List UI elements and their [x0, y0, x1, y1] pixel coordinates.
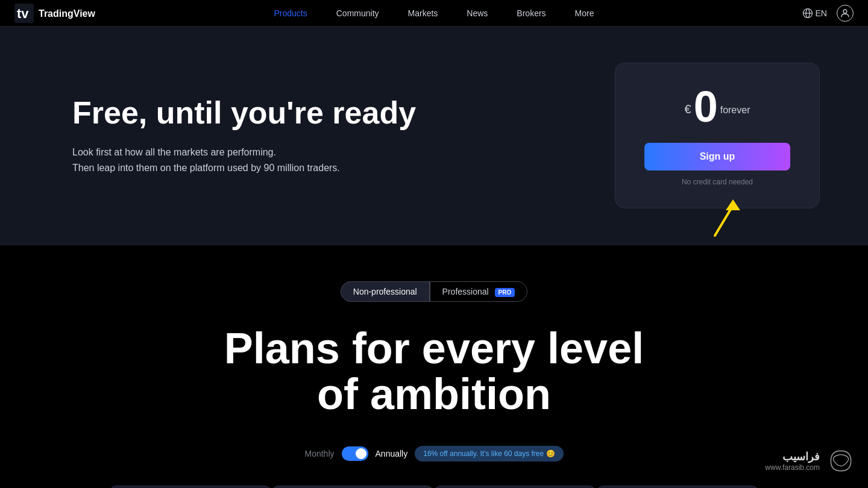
plans-section: Non-professional Professional PRO Plans … [0, 245, 868, 488]
watermark-url: www.farasib.com [765, 463, 820, 472]
nav-item-news[interactable]: News [452, 0, 502, 27]
nav-right-actions: EN [802, 5, 854, 22]
svg-marker-8 [726, 199, 740, 210]
hero-text: Free, until you're ready Look first at h… [72, 96, 416, 175]
toggle-knob [356, 448, 366, 459]
free-plan-card: € 0 forever Sign up No credit card neede… [615, 63, 820, 208]
plan-type-tabs: Non-professional Professional PRO [48, 281, 820, 302]
hero-subtext-2: Then leap into them on the platform used… [72, 160, 416, 176]
price-amount: 0 [694, 85, 718, 128]
tab-professional-label: Professional [442, 287, 489, 296]
svg-text:tv: tv [17, 6, 29, 21]
svg-text:TradingView: TradingView [39, 8, 96, 19]
discount-badge: 16% off annually. It's like 60 days free… [415, 446, 563, 461]
nav-item-community[interactable]: Community [322, 0, 394, 27]
hero-subtext-1: Look first at how all the markets are pe… [72, 145, 416, 160]
hero-headline: Free, until you're ready [72, 96, 416, 130]
logo-wordmark: TradingView [39, 7, 105, 19]
logo[interactable]: tv TradingView [14, 4, 105, 23]
plan-card-1 [109, 486, 272, 488]
plans-heading-line1: Plans for every level [224, 324, 644, 372]
pro-badge: PRO [495, 288, 515, 297]
watermark-brand-name: فراسیب [765, 450, 820, 463]
plan-card-2 [271, 486, 434, 488]
price-display: € 0 forever [644, 85, 790, 128]
watermark: فراسیب www.farasib.com [765, 446, 856, 476]
nav-links: Products Community Markets News Brokers … [260, 0, 609, 27]
nav-item-markets[interactable]: Markets [394, 0, 453, 27]
nav-item-more[interactable]: More [561, 0, 609, 27]
signup-button[interactable]: Sign up [644, 143, 790, 170]
svg-point-6 [843, 10, 847, 13]
tab-professional[interactable]: Professional PRO [430, 281, 528, 302]
tab-non-professional[interactable]: Non-professional [341, 281, 430, 302]
arrow-annotation [703, 193, 751, 244]
no-card-notice: No credit card needed [644, 178, 790, 186]
price-period: forever [720, 105, 750, 116]
globe-icon [802, 8, 813, 19]
language-label: EN [816, 8, 827, 18]
monthly-label: Monthly [304, 449, 334, 458]
nav-item-products[interactable]: Products [260, 0, 322, 27]
hero-section: Free, until you're ready Look first at h… [0, 27, 868, 245]
discount-text: 16% off annually. It's like 60 days free… [423, 449, 555, 458]
watermark-logo-icon [826, 446, 856, 476]
watermark-text: فراسیب www.farasib.com [765, 450, 820, 472]
plan-cards-preview [48, 486, 820, 488]
plans-heading: Plans for every level of ambition [48, 326, 820, 417]
plan-card-4 [596, 486, 759, 488]
plan-card-3 [433, 486, 596, 488]
billing-toggle-row: Monthly Annually 16% off annually. It's … [48, 446, 820, 461]
plans-heading-line2: of ambition [317, 370, 551, 418]
nav-item-brokers[interactable]: Brokers [502, 0, 560, 27]
annually-label: Annually [376, 449, 408, 458]
billing-toggle[interactable] [342, 446, 368, 461]
language-selector[interactable]: EN [802, 8, 827, 19]
currency-symbol: € [685, 102, 691, 116]
user-icon[interactable] [837, 5, 854, 22]
person-icon [840, 8, 850, 18]
navbar: tv TradingView Products Community Market… [0, 0, 868, 27]
